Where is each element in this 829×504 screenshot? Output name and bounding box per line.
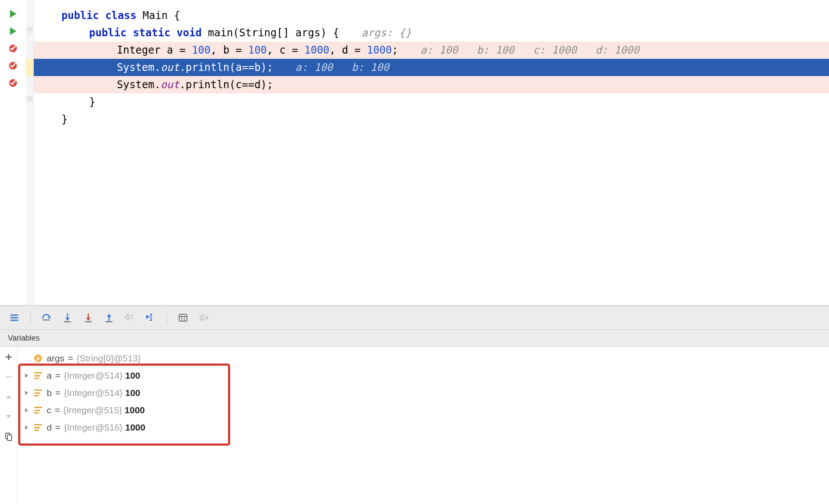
- svg-rect-13: [43, 319, 50, 321]
- expand-icon[interactable]: [23, 390, 29, 396]
- field-bars-icon: [34, 406, 42, 415]
- expand-icon[interactable]: [23, 408, 29, 413]
- variable-text: b = {Integer@514} 100: [47, 388, 140, 398]
- svg-marker-44: [25, 408, 28, 412]
- variables-tab-header[interactable]: Variables: [0, 330, 829, 347]
- breakpoint-icon[interactable]: [7, 77, 19, 89]
- code-text: public static void main(String[] args) {: [89, 24, 358, 41]
- svg-marker-1: [10, 27, 16, 35]
- variable-row-d[interactable]: d = {Integer@516} 1000: [17, 419, 829, 436]
- code-line-7[interactable]: }: [34, 111, 829, 128]
- drop-frame-icon: [123, 311, 136, 324]
- move-down-icon: [4, 412, 13, 421]
- field-bars-icon: [34, 423, 42, 432]
- svg-marker-38: [6, 395, 11, 399]
- variable-row-c[interactable]: c = {Integer@515} 1000: [17, 402, 829, 419]
- code-text: }: [89, 93, 95, 111]
- expand-icon[interactable]: [23, 373, 29, 378]
- run-to-cursor-icon[interactable]: [144, 311, 157, 324]
- code-text: System.out.println(a==b);: [117, 59, 292, 76]
- variables-panel: pargs = {String[0]@513}a = {Integer@514}…: [0, 347, 829, 504]
- code-line-3[interactable]: Integer a = 100, b = 100, c = 1000, d = …: [34, 41, 829, 59]
- code-line-6[interactable]: }: [34, 93, 829, 111]
- remove-watch-icon: [4, 372, 13, 382]
- variable-text: c = {Integer@515} 1000: [47, 405, 145, 415]
- svg-marker-45: [25, 425, 28, 430]
- code-line-5[interactable]: System.out.println(c==d);: [34, 76, 829, 93]
- debug-toolbar: [0, 306, 829, 330]
- toolbar-separator: [167, 311, 167, 324]
- step-out-icon[interactable]: [103, 311, 116, 324]
- variable-text: a = {Integer@514} 100: [47, 370, 140, 381]
- new-watch-icon[interactable]: [4, 352, 13, 362]
- code-line-4[interactable]: System.out.println(a==b); a: 100 b: 100: [34, 59, 829, 76]
- code-content[interactable]: public class Main {public static void ma…: [34, 0, 829, 305]
- show-frames-icon[interactable]: [8, 311, 21, 324]
- code-line-1[interactable]: public class Main {: [34, 7, 829, 24]
- svg-marker-18: [86, 318, 90, 321]
- inline-hint: a: 100 b: 100: [296, 59, 389, 76]
- variables-tab-label: Variables: [8, 334, 40, 343]
- field-bars-icon: [34, 389, 42, 397]
- code-line-2[interactable]: public static void main(String[] args) {…: [34, 24, 829, 41]
- svg-marker-34: [206, 315, 209, 320]
- svg-marker-0: [10, 10, 16, 18]
- fold-open-icon[interactable]: [27, 27, 33, 33]
- svg-marker-42: [25, 373, 28, 378]
- expand-icon[interactable]: [23, 425, 29, 430]
- step-over-icon[interactable]: [40, 311, 53, 324]
- code-text: System.out.println(c==d);: [117, 76, 273, 93]
- evaluate-icon[interactable]: [177, 311, 190, 324]
- svg-marker-39: [6, 415, 11, 418]
- gutter: [0, 0, 26, 305]
- code-editor[interactable]: public class Main {public static void ma…: [0, 0, 829, 306]
- svg-rect-27: [179, 314, 187, 321]
- variable-row-a[interactable]: a = {Integer@514} 100: [17, 367, 829, 384]
- svg-rect-16: [64, 321, 71, 322]
- svg-marker-21: [107, 314, 111, 317]
- svg-rect-19: [85, 321, 92, 322]
- trace-icon: [197, 311, 210, 324]
- step-into-icon[interactable]: [61, 311, 74, 324]
- svg-marker-43: [25, 391, 28, 395]
- variable-row-args[interactable]: pargs = {String[0]@513}: [17, 350, 829, 367]
- run-class-icon[interactable]: [7, 8, 19, 20]
- variable-row-b[interactable]: b = {Integer@514} 100: [17, 384, 829, 402]
- run-method-icon[interactable]: [7, 25, 19, 37]
- force-step-into-icon[interactable]: [82, 311, 95, 324]
- code-text: }: [61, 111, 67, 128]
- inline-hint: a: 100 b: 100 c: 1000 d: 1000: [421, 41, 639, 59]
- field-bars-icon: [34, 371, 42, 380]
- fold-close-icon[interactable]: [27, 96, 33, 102]
- breakpoint-current-icon[interactable]: [7, 60, 19, 72]
- svg-marker-23: [146, 315, 150, 319]
- variable-text: args = {String[0]@513}: [47, 353, 141, 364]
- variable-text: d = {Integer@516} 1000: [47, 422, 145, 433]
- breakpoint-hit-icon[interactable]: [7, 42, 19, 54]
- inline-hint: args: {}: [361, 24, 411, 41]
- exec-pointer-bar: [26, 59, 33, 76]
- code-text: Integer a = 100, b = 100, c = 1000, d = …: [117, 41, 417, 59]
- toolbar-separator: [30, 311, 31, 324]
- fold-gutter: [26, 0, 34, 305]
- copy-icon[interactable]: [4, 432, 13, 441]
- param-badge-icon: p: [34, 354, 42, 363]
- code-text: public class Main {: [61, 7, 180, 24]
- svg-rect-22: [106, 321, 112, 322]
- variables-side-toolbar: [0, 347, 17, 504]
- svg-marker-15: [65, 318, 70, 321]
- variables-tree[interactable]: pargs = {String[0]@513}a = {Integer@514}…: [17, 347, 829, 504]
- move-up-icon: [4, 392, 13, 402]
- svg-rect-41: [7, 435, 12, 440]
